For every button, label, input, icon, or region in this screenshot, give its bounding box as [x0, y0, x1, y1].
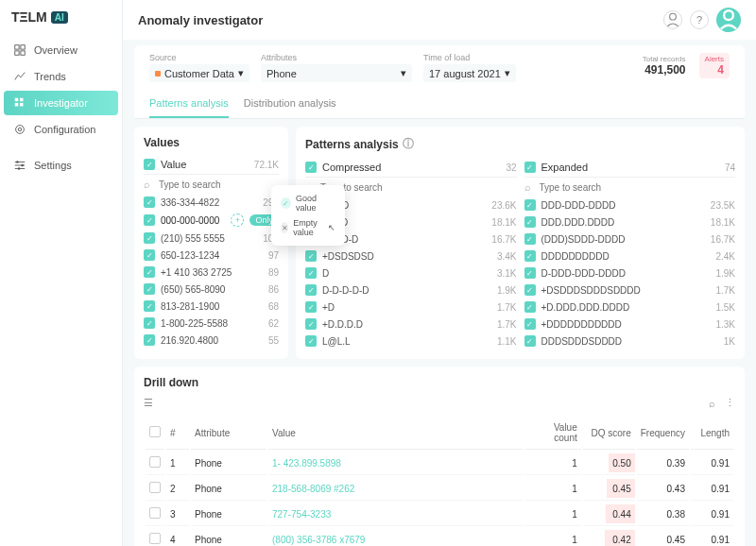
pattern-row[interactable]: ✓+D.DDD.DDD.DDDD1.5K: [524, 299, 736, 316]
value-row[interactable]: ✓(650) 565-809086: [144, 281, 279, 298]
user-icon[interactable]: [663, 10, 682, 29]
filter-icon[interactable]: ☰: [144, 397, 153, 409]
row-count: 3.1K: [497, 268, 517, 279]
cell-value[interactable]: 727-754-3233: [268, 503, 523, 526]
checkbox[interactable]: ✓: [524, 318, 536, 330]
col-freq[interactable]: Frequency: [637, 417, 689, 450]
checkbox[interactable]: [149, 507, 161, 519]
checkbox[interactable]: [149, 533, 161, 544]
checkbox[interactable]: ✓: [144, 214, 155, 226]
pattern-row[interactable]: ✓+D1.7K: [305, 299, 517, 316]
nav-item-label: Overview: [34, 44, 77, 56]
table-row[interactable]: 1 Phone 1- 423.899.5898 1 0.50 0.39 0.91: [146, 452, 733, 475]
row-label: DDDSDDDSDDDD: [541, 336, 718, 347]
checkbox[interactable]: ✓: [524, 335, 536, 347]
checkbox[interactable]: ✓: [524, 199, 536, 211]
stat-label: Total records: [643, 55, 686, 63]
pattern-row[interactable]: ✓+DDDDDDDDDDD1.3K: [524, 316, 736, 333]
checkbox[interactable]: ✓: [144, 249, 155, 261]
col-len[interactable]: Length: [691, 417, 733, 450]
table-row[interactable]: 3 Phone 727-754-3233 1 0.44 0.38 0.91: [146, 503, 733, 526]
checkbox[interactable]: ✓: [305, 250, 317, 262]
avatar[interactable]: [716, 8, 741, 32]
popover-good[interactable]: ✓Good value: [277, 191, 339, 215]
checkbox[interactable]: ✓: [144, 232, 155, 244]
col-num[interactable]: #: [166, 417, 189, 450]
pattern-row[interactable]: ✓DDD.DDD.DDDD18.1K: [524, 213, 736, 230]
checkbox[interactable]: ✓: [305, 284, 317, 296]
table-row[interactable]: 4 Phone (800) 356-3786 x7679 1 0.42 0.45…: [146, 528, 733, 546]
cell-value[interactable]: 218-568-8069 #262: [268, 477, 523, 501]
value-row[interactable]: ✓650-123-123497: [144, 247, 279, 264]
add-icon[interactable]: +: [231, 213, 244, 227]
col-dq[interactable]: DQ score: [583, 417, 635, 450]
pattern-row[interactable]: ✓DDDDDDDDDD2.4K: [524, 247, 736, 264]
checkbox[interactable]: ✓: [144, 317, 155, 329]
dot-icon: [155, 71, 161, 77]
pattern-row[interactable]: ✓L@L.L1.1K: [305, 333, 517, 350]
nav-trends[interactable]: Trends: [4, 64, 118, 89]
checkbox[interactable]: ✓: [305, 318, 317, 330]
search-input[interactable]: [159, 179, 279, 190]
attributes-select[interactable]: Phone▾: [261, 64, 412, 82]
help-icon[interactable]: ?: [690, 10, 709, 29]
pattern-row[interactable]: ✓D3.1K: [305, 264, 517, 282]
checkbox[interactable]: ✓: [144, 334, 155, 346]
time-select[interactable]: 17 august 2021▾: [423, 64, 516, 82]
checkbox[interactable]: ✓: [524, 250, 536, 262]
checkbox[interactable]: ✓: [144, 196, 155, 208]
value-row[interactable]: ✓336-334-4822298: [144, 194, 279, 211]
checkbox-all[interactable]: ✓: [144, 159, 155, 170]
checkbox-all[interactable]: ✓: [524, 162, 536, 173]
checkbox[interactable]: [149, 482, 161, 493]
checkbox[interactable]: [149, 456, 161, 468]
nav-investigator[interactable]: Investigator: [4, 91, 118, 115]
checkbox[interactable]: ✓: [524, 301, 536, 313]
stat-alerts[interactable]: Alerts 4: [699, 53, 730, 78]
value-row[interactable]: ✓813-281-190068: [144, 298, 279, 315]
tab-patterns[interactable]: Patterns analysis: [149, 90, 229, 118]
tab-distribution[interactable]: Distribution analysis: [244, 90, 336, 118]
checkbox[interactable]: ✓: [305, 301, 317, 313]
checkbox-all[interactable]: ✓: [305, 162, 317, 173]
checkbox[interactable]: ✓: [144, 266, 155, 278]
cell-value[interactable]: (800) 356-3786 x7679: [268, 528, 523, 546]
value-row[interactable]: ✓000-000-0000+Only: [144, 211, 279, 230]
source-select[interactable]: Customer Data▾: [149, 64, 249, 82]
search-icon[interactable]: ⌕: [709, 398, 715, 409]
value-row[interactable]: ✓1-800-225-558862: [144, 315, 279, 332]
checkbox-all[interactable]: [149, 426, 161, 437]
col-vc[interactable]: Value count: [524, 417, 581, 450]
checkbox[interactable]: ✓: [524, 267, 536, 279]
checkbox[interactable]: ✓: [305, 335, 317, 347]
pattern-row[interactable]: ✓D-D-D-D-D1.9K: [305, 282, 517, 299]
value-row[interactable]: ✓216.920.480055: [144, 332, 279, 349]
pattern-row[interactable]: ✓+D.D.D.D1.7K: [305, 316, 517, 333]
checkbox[interactable]: ✓: [144, 300, 155, 312]
pattern-row[interactable]: ✓+DSDSDSD3.4K: [305, 247, 517, 264]
nav-overview[interactable]: Overview: [4, 38, 118, 62]
table-row[interactable]: 2 Phone 218-568-8069 #262 1 0.45 0.43 0.…: [146, 477, 733, 501]
search-input[interactable]: [540, 182, 736, 193]
checkbox[interactable]: ✓: [144, 283, 155, 295]
pattern-row[interactable]: ✓DDD-DDD-DDDD23.5K: [524, 196, 736, 213]
value-row[interactable]: ✓(210) 555 5555103: [144, 230, 279, 247]
checkbox[interactable]: ✓: [524, 216, 536, 228]
pattern-row[interactable]: ✓DDDSDDDSDDDD1K: [524, 333, 736, 350]
nav-settings[interactable]: Settings: [4, 153, 118, 178]
checkbox[interactable]: ✓: [524, 233, 536, 245]
checkbox[interactable]: ✓: [305, 267, 317, 279]
pattern-row[interactable]: ✓+DSDDDSDDDSDDDD1.7K: [524, 282, 736, 299]
checkbox[interactable]: ✓: [524, 284, 536, 296]
info-icon[interactable]: ⓘ: [403, 136, 414, 152]
popover-empty[interactable]: ✕Empty value↖: [277, 215, 339, 240]
col-attr[interactable]: Attribute: [191, 417, 266, 450]
value-row[interactable]: ✓+1 410 363 272589: [144, 264, 279, 281]
pattern-row[interactable]: ✓(DDD)SDDD-DDDD16.7K: [524, 230, 736, 247]
search-input[interactable]: [320, 182, 517, 193]
cell-value[interactable]: 1- 423.899.5898: [268, 452, 523, 475]
pattern-row[interactable]: ✓D-DDD-DDD-DDDD1.9K: [524, 264, 736, 282]
nav-configuration[interactable]: Configuration: [4, 117, 118, 142]
col-value[interactable]: Value: [268, 417, 523, 450]
more-icon[interactable]: ⋮: [725, 397, 735, 409]
